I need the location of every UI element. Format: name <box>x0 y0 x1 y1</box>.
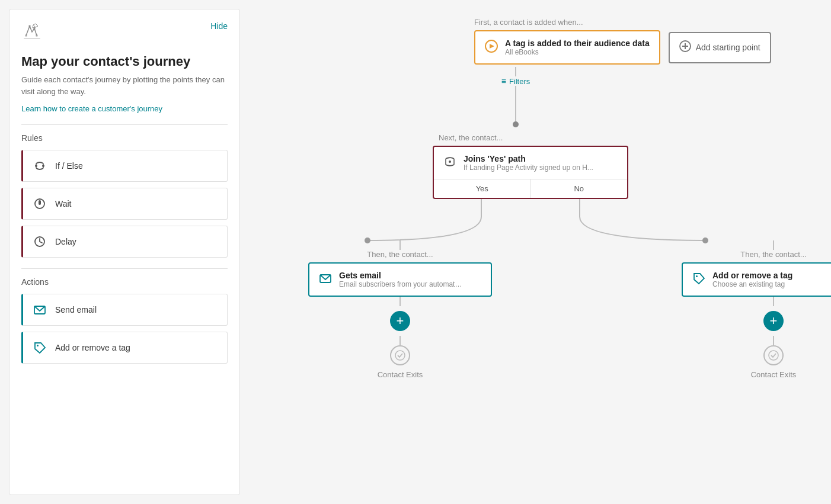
start-card-subtitle: All eBooks <box>505 48 650 56</box>
sidebar: Hide Map your contact's journey Guide ea… <box>9 9 240 495</box>
sidebar-title: Map your contact's journey <box>21 54 228 69</box>
right-vline-3 <box>773 336 774 345</box>
connector-line-2 <box>515 86 516 121</box>
svg-point-4 <box>36 34 38 37</box>
branch-connector-svg <box>433 199 831 252</box>
sidebar-header: Hide <box>21 21 228 47</box>
add-tag-icon <box>31 339 48 356</box>
if-else-label: If / Else <box>55 161 83 171</box>
ifelse-card-body: Joins 'Yes' path If Landing Page Activit… <box>434 147 627 179</box>
left-add-step-button[interactable]: + <box>390 311 410 331</box>
ifelse-card-subtitle: If Landing Page Activity signed up on H.… <box>464 163 593 172</box>
wait-icon <box>31 195 48 212</box>
ifelse-card[interactable]: Joins 'Yes' path If Landing Page Activit… <box>433 146 628 199</box>
right-add-step-button[interactable]: + <box>763 311 784 331</box>
journey-icon <box>21 21 43 47</box>
svg-point-30 <box>696 275 698 277</box>
right-vline-2 <box>773 297 774 306</box>
left-exits-icon <box>390 345 410 365</box>
add-starting-point-label: Add starting point <box>696 43 760 52</box>
send-email-icon <box>31 301 48 318</box>
svg-point-31 <box>769 351 778 360</box>
yes-label: Yes <box>434 179 531 198</box>
add-tag-card-icon <box>692 272 705 288</box>
left-vline-1 <box>399 240 401 250</box>
if-else-icon <box>31 158 48 174</box>
send-email-label: Send email <box>55 305 97 314</box>
ifelse-card-icon <box>443 155 456 171</box>
no-label: No <box>531 179 628 198</box>
svg-marker-17 <box>490 44 494 49</box>
filters-label: Filters <box>509 77 530 86</box>
add-starting-point-button[interactable]: Add starting point <box>669 32 771 63</box>
gets-email-card[interactable]: Gets email Email subscribers from your a… <box>308 262 492 297</box>
first-label: First, a contact is added when... <box>474 18 807 27</box>
start-card-title: A tag is added to their audience data <box>505 38 650 48</box>
actions-divider <box>21 268 228 269</box>
add-tag-card-title: Add or remove a tag <box>712 271 792 280</box>
add-tag-card-text: Add or remove a tag Choose an existing t… <box>712 271 792 288</box>
sidebar-description: Guide each contact's journey by plotting… <box>21 74 228 97</box>
start-card-text: A tag is added to their audience data Al… <box>505 38 650 56</box>
svg-point-29 <box>395 351 405 360</box>
sidebar-item-send-email[interactable]: Send email <box>21 294 228 326</box>
filters-button[interactable]: ≡ Filters <box>501 76 530 86</box>
sidebar-item-if-else[interactable]: If / Else <box>21 150 228 182</box>
actions-section-title: Actions <box>21 277 228 287</box>
left-vline-3 <box>399 336 401 345</box>
main-canvas: First, a contact is added when... A tag … <box>249 0 831 504</box>
add-start-icon <box>679 40 691 55</box>
delay-label: Delay <box>55 237 76 246</box>
connector-dot-1 <box>513 121 519 127</box>
svg-point-23 <box>449 160 451 163</box>
right-contact-exits: Contact Exits <box>751 370 797 379</box>
left-then-label: Then, the contact... <box>367 250 433 259</box>
left-contact-exits: Contact Exits <box>378 370 423 379</box>
gets-email-subtitle: Email subscribers from your automation .… <box>339 280 464 288</box>
add-tag-card[interactable]: Add or remove a tag Choose an existing t… <box>682 262 831 297</box>
next-label: Next, the contact... <box>439 133 807 142</box>
right-exits-icon <box>763 345 784 365</box>
left-vline-2 <box>399 297 401 306</box>
sidebar-item-wait[interactable]: Wait <box>21 188 228 220</box>
ifelse-card-text: Joins 'Yes' path If Landing Page Activit… <box>464 154 593 172</box>
add-tag-card-subtitle: Choose an existing tag <box>712 280 792 288</box>
sidebar-item-add-tag[interactable]: Add or remove a tag <box>21 332 228 364</box>
ifelse-card-footer: Yes No <box>434 179 627 198</box>
svg-line-5 <box>33 25 33 28</box>
gets-email-icon <box>319 272 332 288</box>
svg-point-26 <box>365 237 370 243</box>
filters-icon: ≡ <box>501 76 506 86</box>
svg-rect-12 <box>39 200 41 205</box>
hide-link[interactable]: Hide <box>210 21 228 31</box>
right-branch: Then, the contact... Add or remove a tag… <box>682 240 831 379</box>
rules-section-title: Rules <box>21 133 228 143</box>
gets-email-text: Gets email Email subscribers from your a… <box>339 271 464 288</box>
sidebar-item-delay[interactable]: Delay <box>21 226 228 258</box>
start-card[interactable]: A tag is added to their audience data Al… <box>474 30 660 65</box>
svg-rect-0 <box>24 38 40 39</box>
connector-line-1 <box>515 67 516 76</box>
ifelse-card-title: Joins 'Yes' path <box>464 154 593 163</box>
add-tag-label: Add or remove a tag <box>55 343 130 352</box>
learn-link[interactable]: Learn how to create a customer's journey <box>21 104 162 113</box>
svg-point-2 <box>28 25 31 27</box>
start-card-play-icon <box>485 40 498 56</box>
rules-divider <box>21 124 228 125</box>
flow-container: First, a contact is added when... A tag … <box>273 18 807 480</box>
svg-point-27 <box>702 237 708 243</box>
left-branch: Then, the contact... Gets email Email su… <box>308 240 492 379</box>
delay-icon <box>31 233 48 250</box>
wait-label: Wait <box>55 199 71 208</box>
gets-email-title: Gets email <box>339 271 464 280</box>
svg-point-15 <box>37 345 39 346</box>
svg-point-1 <box>25 34 27 37</box>
